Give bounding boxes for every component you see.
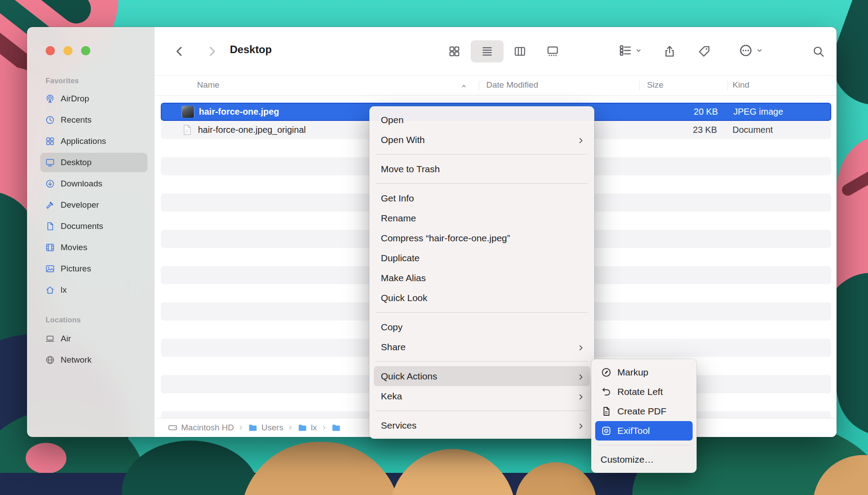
- menu-item-open[interactable]: Open: [374, 110, 590, 130]
- gallery-view-button[interactable]: [536, 40, 569, 62]
- disk-icon: [168, 423, 178, 433]
- sidebar-item-movies[interactable]: Movies: [40, 238, 147, 257]
- submenu-item-label: ExifTool: [617, 425, 650, 436]
- sidebar-item-applications[interactable]: Applications: [40, 131, 147, 151]
- sidebar-item-airdrop[interactable]: AirDrop: [40, 89, 147, 108]
- submenu-item-exiftool[interactable]: ExifTool: [595, 421, 693, 441]
- menu-item-rename[interactable]: Rename: [374, 208, 590, 228]
- exiftool-icon: [601, 425, 612, 437]
- column-headers: Name Date Modified Size Kind: [155, 75, 837, 96]
- image-thumbnail: [182, 106, 194, 118]
- forward-button[interactable]: [204, 43, 220, 59]
- zoom-button[interactable]: [81, 46, 90, 55]
- menu-item-label: Move to Trash: [381, 164, 440, 174]
- sidebar-item-label: Downloads: [61, 179, 102, 189]
- create-pdf-icon: [601, 406, 612, 417]
- file-size: 20 KB: [640, 107, 728, 117]
- tag-button[interactable]: [694, 40, 714, 62]
- menu-item-label: Keka: [381, 391, 402, 402]
- group-icon: [619, 44, 632, 59]
- search-button[interactable]: [809, 40, 828, 62]
- submenu-item-markup[interactable]: Markup: [595, 363, 693, 382]
- submenu-item-label: Create PDF: [617, 406, 666, 417]
- menu-item-open-with[interactable]: Open With: [374, 130, 590, 150]
- wallpaper-shape: [26, 443, 66, 474]
- sort-ascending-icon: [460, 82, 468, 92]
- chevron-down-icon: [756, 47, 763, 56]
- toolbar: Desktop: [155, 27, 837, 75]
- column-separator[interactable]: [639, 81, 640, 91]
- sidebar-item-developer[interactable]: Developer: [40, 195, 147, 215]
- group-button[interactable]: [610, 40, 651, 62]
- documents-icon: [45, 221, 55, 232]
- menu-item-share[interactable]: Share: [374, 337, 590, 357]
- window-title: Desktop: [230, 43, 272, 56]
- menu-item-get-info[interactable]: Get Info: [374, 188, 590, 208]
- sidebar-item-documents[interactable]: Documents: [40, 217, 147, 236]
- menu-item-keka[interactable]: Keka: [374, 386, 590, 406]
- sidebar-item-recents[interactable]: Recents: [40, 110, 147, 130]
- path-item-truncated[interactable]: [331, 423, 345, 433]
- menu-item-services[interactable]: Services: [374, 415, 590, 435]
- submenu-item-label: Markup: [617, 367, 648, 378]
- sidebar-item-downloads[interactable]: Downloads: [40, 174, 147, 193]
- sidebar-item-label: Movies: [61, 243, 87, 252]
- menu-item-quick-look[interactable]: Quick Look: [374, 288, 590, 308]
- back-button[interactable]: [171, 43, 187, 59]
- menu-item-make-alias[interactable]: Make Alias: [374, 268, 590, 288]
- file-name: hair-force-one.jpeg_original: [198, 125, 306, 135]
- submenu-item-rotate-left[interactable]: Rotate Left: [595, 382, 693, 402]
- menu-item-label: Compress “hair-force-one.jpeg”: [381, 233, 510, 244]
- file-kind: Document: [728, 125, 831, 135]
- minimize-button[interactable]: [63, 46, 73, 55]
- share-button[interactable]: [660, 40, 679, 62]
- column-header-kind[interactable]: Kind: [732, 80, 749, 90]
- more-button[interactable]: [730, 40, 771, 62]
- more-icon: [739, 43, 753, 59]
- sidebar-item-label: lx: [61, 285, 67, 295]
- column-separator[interactable]: [728, 81, 728, 91]
- sidebar-item-label: AirDrop: [61, 94, 89, 104]
- sidebar-item-air[interactable]: Air: [40, 329, 147, 348]
- path-item-label: Macintosh HD: [181, 423, 234, 433]
- menu-item-duplicate[interactable]: Duplicate: [374, 248, 590, 268]
- folder-icon: [331, 423, 341, 433]
- menu-item-quick-actions[interactable]: Quick Actions: [374, 366, 590, 386]
- menu-item-label: Rename: [381, 213, 416, 224]
- menu-item-label: Open With: [381, 135, 425, 145]
- menu-item-move-to-trash[interactable]: Move to Trash: [374, 159, 590, 179]
- sidebar-item-desktop[interactable]: Desktop: [40, 153, 147, 172]
- home-icon: [45, 285, 55, 295]
- submenu-item-customize[interactable]: Customize…: [595, 450, 693, 469]
- path-item-lx[interactable]: lx: [298, 423, 317, 433]
- movies-film-icon: [45, 242, 55, 253]
- column-separator[interactable]: [479, 81, 479, 91]
- sidebar-item-pictures[interactable]: Pictures: [40, 259, 147, 278]
- menu-item-copy[interactable]: Copy: [374, 317, 590, 337]
- list-view-button[interactable]: [471, 40, 504, 62]
- column-header-size[interactable]: Size: [647, 80, 663, 90]
- sidebar: Favorites AirDrop Recents Applications D…: [27, 27, 155, 437]
- file-size: 23 KB: [639, 125, 728, 135]
- menu-item-label: Make Alias: [381, 273, 426, 283]
- sidebar-item-lx-home[interactable]: lx: [40, 280, 147, 300]
- submenu-item-create-pdf[interactable]: Create PDF: [595, 402, 693, 421]
- column-header-date-modified[interactable]: Date Modified: [486, 80, 538, 90]
- submenu-chevron-icon: [577, 136, 585, 143]
- sidebar-item-label: Applications: [61, 136, 106, 146]
- close-button[interactable]: [46, 46, 55, 55]
- desktop-screen: Favorites AirDrop Recents Applications D…: [0, 0, 868, 495]
- sidebar-item-network[interactable]: Network: [40, 350, 147, 370]
- icon-view-button[interactable]: [438, 40, 471, 62]
- sidebar-item-label: Pictures: [61, 264, 91, 274]
- column-header-name[interactable]: Name: [197, 80, 220, 90]
- menu-item-label: Quick Actions: [381, 371, 437, 382]
- path-item-users[interactable]: Users: [248, 423, 283, 433]
- folder-icon: [248, 423, 258, 433]
- file-name: hair-force-one.jpeg: [199, 107, 279, 117]
- path-chevron-icon: [287, 425, 294, 431]
- path-item-macintosh-hd[interactable]: Macintosh HD: [168, 423, 234, 433]
- column-view-button[interactable]: [504, 40, 536, 62]
- menu-item-label: Open: [381, 115, 403, 125]
- menu-item-compress[interactable]: Compress “hair-force-one.jpeg”: [374, 228, 590, 248]
